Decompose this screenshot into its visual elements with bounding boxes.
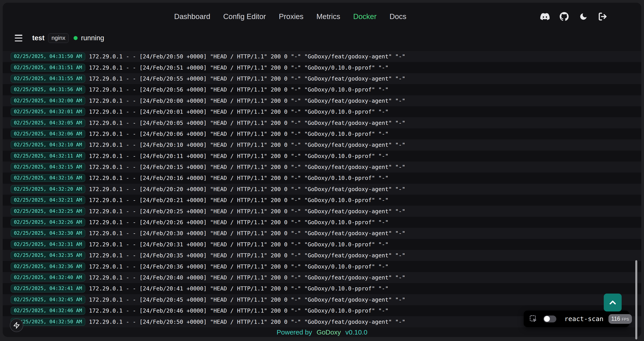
- log-row: 02/25/2025, 04:32:21 AM 172.29.0.1 - - […: [3, 195, 641, 206]
- log-message: 172.29.0.1 - - [24/Feb/20:11 +0000] "HEA…: [89, 153, 389, 159]
- logout-icon[interactable]: [598, 12, 607, 21]
- log-row: 02/25/2025, 04:32:31 AM 172.29.0.1 - - […: [3, 239, 641, 250]
- log-row: 02/25/2025, 04:32:11 AM 172.29.0.1 - - […: [3, 151, 641, 162]
- log-timestamp-badge: 02/25/2025, 04:32:21 AM: [11, 196, 85, 204]
- nav-item[interactable]: Docker: [353, 12, 376, 21]
- log-list: 02/25/2025, 04:31:50 AM 172.29.0.1 - - […: [3, 51, 641, 327]
- log-message: 172.29.0.1 - - [24/Feb/20:26 +0000] "HEA…: [89, 219, 389, 226]
- log-timestamp-badge: 02/25/2025, 04:32:26 AM: [11, 218, 85, 226]
- react-scan-toggle[interactable]: [544, 315, 556, 322]
- react-scan-toolbar: react-scan 116 FPS: [524, 310, 629, 327]
- log-timestamp-badge: 02/25/2025, 04:32:25 AM: [11, 207, 85, 215]
- nav-item[interactable]: Proxies: [279, 12, 304, 21]
- log-timestamp-badge: 02/25/2025, 04:31:55 AM: [11, 75, 85, 83]
- log-message: 172.29.0.1 - - [24/Feb/20:50 +0000] "HEA…: [89, 319, 406, 325]
- log-timestamp-badge: 02/25/2025, 04:32:00 AM: [11, 97, 85, 105]
- log-row: 02/25/2025, 04:32:25 AM 172.29.0.1 - - […: [3, 206, 641, 217]
- log-row: 02/25/2025, 04:31:51 AM 172.29.0.1 - - […: [3, 62, 641, 73]
- log-row: 02/25/2025, 04:32:41 AM 172.29.0.1 - - […: [3, 283, 641, 294]
- log-row: 02/25/2025, 04:32:05 AM 172.29.0.1 - - […: [3, 117, 641, 128]
- discord-icon[interactable]: [540, 12, 550, 21]
- log-message: 172.29.0.1 - - [24/Feb/20:51 +0000] "HEA…: [89, 65, 389, 71]
- fps-value: 116: [611, 315, 620, 322]
- log-timestamp-badge: 02/25/2025, 04:32:35 AM: [11, 251, 85, 259]
- log-timestamp-badge: 02/25/2025, 04:32:31 AM: [11, 240, 85, 248]
- log-message: 172.29.0.1 - - [24/Feb/20:31 +0000] "HEA…: [89, 241, 389, 248]
- log-row: 02/25/2025, 04:32:45 AM 172.29.0.1 - - […: [3, 294, 641, 305]
- log-row: 02/25/2025, 04:32:36 AM 172.29.0.1 - - […: [3, 261, 641, 272]
- log-timestamp-badge: 02/25/2025, 04:32:40 AM: [11, 274, 85, 281]
- log-row: 02/25/2025, 04:31:55 AM 172.29.0.1 - - […: [3, 73, 641, 84]
- log-timestamp-badge: 02/25/2025, 04:32:16 AM: [11, 174, 85, 182]
- log-timestamp-badge: 02/25/2025, 04:32:01 AM: [11, 108, 85, 116]
- log-message: 172.29.0.1 - - [24/Feb/20:30 +0000] "HEA…: [89, 230, 406, 236]
- log-row: 02/25/2025, 04:32:30 AM 172.29.0.1 - - […: [3, 228, 641, 239]
- log-row: 02/25/2025, 04:32:00 AM 172.29.0.1 - - […: [3, 95, 641, 106]
- version-text: v0.10.0: [346, 328, 368, 336]
- log-message: 172.29.0.1 - - [24/Feb/20:46 +0000] "HEA…: [89, 307, 389, 314]
- scroll-to-top-button[interactable]: [604, 293, 622, 311]
- image-badge: nginx: [48, 33, 69, 43]
- log-row: 02/25/2025, 04:32:35 AM 172.29.0.1 - - […: [3, 250, 641, 261]
- log-timestamp-badge: 02/25/2025, 04:31:51 AM: [11, 64, 85, 72]
- inspect-element-icon[interactable]: [529, 314, 538, 323]
- nav-icons: [540, 3, 607, 31]
- log-timestamp-badge: 02/25/2025, 04:32:41 AM: [11, 285, 85, 292]
- log-timestamp-badge: 02/25/2025, 04:32:05 AM: [11, 119, 85, 127]
- footer: Powered by GoDoxy v0.10.0: [3, 328, 641, 336]
- lightning-icon: [13, 322, 20, 329]
- log-row: 02/25/2025, 04:32:06 AM 172.29.0.1 - - […: [3, 128, 641, 139]
- log-timestamp-badge: 02/25/2025, 04:32:06 AM: [11, 130, 85, 138]
- fps-badge: 116 FPS: [608, 314, 632, 324]
- log-message: 172.29.0.1 - - [24/Feb/20:10 +0000] "HEA…: [89, 142, 406, 148]
- nav-item[interactable]: Config Editor: [223, 12, 266, 21]
- log-row: 02/25/2025, 04:32:40 AM 172.29.0.1 - - […: [3, 272, 641, 283]
- nav-item[interactable]: Dashboard: [174, 12, 210, 21]
- log-message: 172.29.0.1 - - [24/Feb/20:15 +0000] "HEA…: [89, 164, 406, 170]
- log-message: 172.29.0.1 - - [24/Feb/20:25 +0000] "HEA…: [89, 208, 406, 215]
- nav-item[interactable]: Docs: [390, 12, 406, 21]
- app-panel: DashboardConfig EditorProxiesMetricsDock…: [3, 3, 641, 337]
- log-timestamp-badge: 02/25/2025, 04:32:30 AM: [11, 229, 85, 237]
- github-icon[interactable]: [560, 12, 569, 21]
- log-row: 02/25/2025, 04:31:56 AM 172.29.0.1 - - […: [3, 84, 641, 95]
- menu-icon[interactable]: [15, 35, 22, 41]
- status-dot-icon: [74, 36, 78, 40]
- log-message: 172.29.0.1 - - [24/Feb/20:00 +0000] "HEA…: [89, 98, 406, 104]
- log-timestamp-badge: 02/25/2025, 04:32:45 AM: [11, 296, 85, 304]
- moon-icon[interactable]: [579, 12, 588, 21]
- container-name: test: [32, 34, 44, 42]
- log-timestamp-badge: 02/25/2025, 04:32:20 AM: [11, 185, 85, 193]
- log-message: 172.29.0.1 - - [24/Feb/20:01 +0000] "HEA…: [89, 109, 389, 115]
- log-message: 172.29.0.1 - - [24/Feb/20:56 +0000] "HEA…: [89, 86, 389, 93]
- log-timestamp-badge: 02/25/2025, 04:32:10 AM: [11, 141, 85, 149]
- log-message: 172.29.0.1 - - [24/Feb/20:41 +0000] "HEA…: [89, 285, 389, 292]
- log-message: 172.29.0.1 - - [24/Feb/20:06 +0000] "HEA…: [89, 131, 389, 137]
- log-row: 02/25/2025, 04:32:20 AM 172.29.0.1 - - […: [3, 184, 641, 195]
- log-message: 172.29.0.1 - - [24/Feb/20:21 +0000] "HEA…: [89, 197, 389, 203]
- powered-by-text: Powered by: [276, 328, 312, 336]
- log-row: 02/25/2025, 04:32:01 AM 172.29.0.1 - - […: [3, 106, 641, 117]
- log-row: 02/25/2025, 04:31:50 AM 172.29.0.1 - - […: [3, 51, 641, 62]
- log-row: 02/25/2025, 04:32:10 AM 172.29.0.1 - - […: [3, 139, 641, 150]
- log-timestamp-badge: 02/25/2025, 04:31:50 AM: [11, 53, 85, 60]
- log-message: 172.29.0.1 - - [24/Feb/20:45 +0000] "HEA…: [89, 296, 406, 303]
- top-nav: DashboardConfig EditorProxiesMetricsDock…: [3, 3, 641, 31]
- log-message: 172.29.0.1 - - [24/Feb/20:36 +0000] "HEA…: [89, 263, 389, 270]
- nav-item[interactable]: Metrics: [316, 12, 340, 21]
- chevron-up-icon: [608, 297, 618, 307]
- log-timestamp-badge: 02/25/2025, 04:32:15 AM: [11, 163, 85, 171]
- log-row: 02/25/2025, 04:32:15 AM 172.29.0.1 - - […: [3, 162, 641, 173]
- fps-unit: FPS: [622, 317, 629, 321]
- lightning-button[interactable]: [10, 319, 23, 332]
- scrollbar-thumb[interactable]: [635, 260, 637, 339]
- log-message: 172.29.0.1 - - [24/Feb/20:55 +0000] "HEA…: [89, 75, 406, 82]
- log-timestamp-badge: 02/25/2025, 04:32:36 AM: [11, 263, 85, 270]
- log-message: 172.29.0.1 - - [24/Feb/20:16 +0000] "HEA…: [89, 175, 389, 181]
- log-message: 172.29.0.1 - - [24/Feb/20:05 +0000] "HEA…: [89, 120, 406, 126]
- godoxy-brand-link[interactable]: GoDoxy: [317, 328, 341, 336]
- log-row: 02/25/2025, 04:32:16 AM 172.29.0.1 - - […: [3, 173, 641, 183]
- log-timestamp-badge: 02/25/2025, 04:32:46 AM: [11, 307, 85, 314]
- log-message: 172.29.0.1 - - [24/Feb/20:50 +0000] "HEA…: [89, 53, 406, 60]
- log-row: 02/25/2025, 04:32:26 AM 172.29.0.1 - - […: [3, 217, 641, 228]
